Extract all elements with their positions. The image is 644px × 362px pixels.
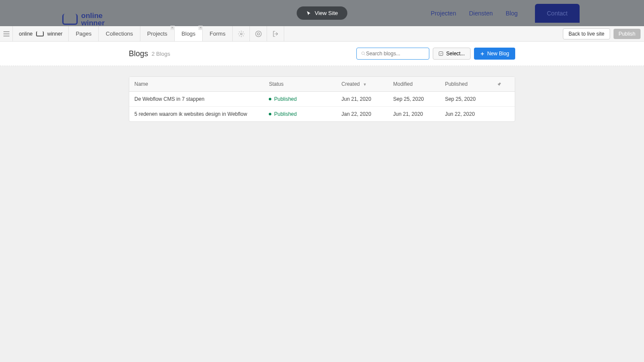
col-status[interactable]: Status bbox=[269, 81, 341, 87]
tab-pages[interactable]: Pages bbox=[69, 26, 99, 41]
cell-status: Published bbox=[269, 96, 341, 102]
nav-contact[interactable]: Contact bbox=[535, 4, 580, 23]
site-logo: online winner bbox=[62, 12, 105, 27]
cell-name: 5 redenen waarom ik websites design in W… bbox=[134, 111, 269, 117]
svg-point-1 bbox=[255, 31, 261, 36]
tab-forms[interactable]: Forms bbox=[203, 26, 233, 41]
back-to-live-site-button[interactable]: Back to live site bbox=[563, 28, 610, 39]
svg-rect-4 bbox=[439, 52, 443, 56]
tab-label: Projects bbox=[147, 30, 167, 37]
settings-tab[interactable] bbox=[233, 26, 250, 41]
sort-desc-icon: ▼ bbox=[363, 82, 367, 87]
col-published[interactable]: Published bbox=[445, 81, 497, 87]
select-label: Select... bbox=[446, 51, 465, 57]
logout-icon bbox=[272, 30, 279, 37]
tab-blogs[interactable]: Blogs ✕ bbox=[175, 26, 203, 41]
cell-published: Sep 25, 2020 bbox=[445, 96, 497, 102]
cell-created: Jan 22, 2020 bbox=[341, 111, 393, 117]
cell-modified: Sep 25, 2020 bbox=[393, 96, 445, 102]
close-icon[interactable]: ✕ bbox=[170, 26, 175, 30]
tab-label: Pages bbox=[76, 30, 91, 37]
tab-label: Forms bbox=[210, 30, 225, 37]
cell-published: Jun 22, 2020 bbox=[445, 111, 497, 117]
hamburger-icon bbox=[3, 31, 9, 36]
svg-point-2 bbox=[257, 33, 259, 35]
brand-right: winner bbox=[47, 31, 62, 37]
nav-blog[interactable]: Blog bbox=[506, 10, 518, 17]
logo-text-bottom: winner bbox=[81, 19, 105, 27]
tab-label: Blogs bbox=[182, 30, 196, 37]
status-dot-icon bbox=[269, 98, 271, 100]
help-tab[interactable] bbox=[250, 26, 267, 41]
cell-modified: Jun 21, 2020 bbox=[393, 111, 445, 117]
new-label: New Blog bbox=[487, 51, 509, 57]
cell-created: Jun 21, 2020 bbox=[341, 96, 393, 102]
view-site-label: View Site bbox=[315, 10, 338, 16]
logo-icon bbox=[62, 14, 78, 25]
search-input[interactable] bbox=[366, 51, 425, 57]
view-site-button[interactable]: View Site bbox=[297, 6, 347, 20]
search-box[interactable] bbox=[356, 48, 429, 60]
col-modified[interactable]: Modified bbox=[393, 81, 445, 87]
tab-collections[interactable]: Collections bbox=[99, 26, 140, 41]
select-button[interactable]: Select... bbox=[433, 48, 470, 60]
status-dot-icon bbox=[269, 113, 271, 115]
brand-tab[interactable]: online winner bbox=[13, 26, 69, 41]
blogs-table: Name Status Created ▼ Modified Published… bbox=[129, 76, 515, 122]
new-blog-button[interactable]: New Blog bbox=[474, 48, 515, 60]
table-header-row: Name Status Created ▼ Modified Published bbox=[129, 77, 515, 92]
nav-diensten[interactable]: Diensten bbox=[469, 10, 492, 17]
publish-button[interactable]: Publish bbox=[614, 29, 641, 39]
table-row[interactable]: 5 redenen waarom ik websites design in W… bbox=[129, 107, 515, 121]
col-name[interactable]: Name bbox=[134, 81, 269, 87]
cell-name: De Webflow CMS in 7 stappen bbox=[134, 96, 269, 102]
editor-toolbar: online winner Pages Collections Projects… bbox=[0, 26, 644, 42]
svg-point-3 bbox=[362, 52, 365, 54]
checkbox-icon bbox=[438, 51, 444, 56]
svg-point-0 bbox=[240, 33, 242, 35]
close-icon[interactable]: ✕ bbox=[198, 26, 203, 30]
hamburger-menu[interactable] bbox=[0, 26, 13, 41]
brand-mini-logo-icon bbox=[36, 31, 44, 36]
page-title: Blogs bbox=[129, 49, 148, 58]
site-nav: Projecten Diensten Blog Contact bbox=[431, 4, 580, 23]
brand-left: online bbox=[19, 31, 33, 37]
help-icon bbox=[255, 30, 262, 37]
site-preview-header: online winner View Site Projecten Dienst… bbox=[0, 0, 644, 26]
cell-status: Published bbox=[269, 111, 341, 117]
tab-label: Collections bbox=[106, 30, 133, 37]
logout-tab[interactable] bbox=[267, 26, 284, 41]
search-icon bbox=[361, 51, 366, 56]
table-row[interactable]: De Webflow CMS in 7 stappen Published Ju… bbox=[129, 92, 515, 107]
page-header: Blogs 2 Blogs Select... New Blog bbox=[0, 42, 644, 66]
col-created[interactable]: Created ▼ bbox=[341, 81, 393, 87]
plus-icon bbox=[480, 51, 485, 56]
tab-projects[interactable]: Projects ✕ bbox=[140, 26, 175, 41]
gear-icon bbox=[238, 30, 245, 37]
page-count: 2 Blogs bbox=[152, 51, 170, 57]
logo-text-top: online bbox=[81, 12, 105, 19]
pin-icon[interactable] bbox=[497, 81, 510, 87]
cursor-icon bbox=[306, 11, 311, 16]
nav-projecten[interactable]: Projecten bbox=[431, 10, 456, 17]
